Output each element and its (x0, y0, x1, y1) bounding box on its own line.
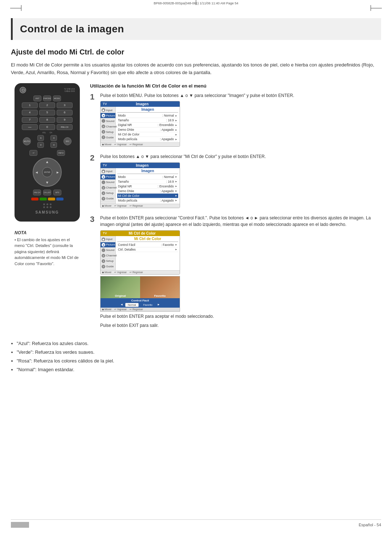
page-footer: Español - 54 (11, 519, 381, 528)
mictrl-footer: ◆ Mover ↵ Ingresar ↩ Regresar (101, 270, 180, 274)
mute-button[interactable]: MUTE (23, 137, 31, 145)
nav-up[interactable]: ▲ (45, 160, 49, 164)
info-button[interactable]: INFO (57, 150, 65, 156)
tv-label-2: TV (103, 163, 107, 167)
footer-mover-2: ◆ Mover (102, 204, 111, 207)
remote-source-labels: TV STB VCRCABLE DVD (64, 88, 75, 92)
mode-button[interactable]: MODE (53, 96, 61, 101)
sidebar2-picture: ▣ Picture (101, 174, 115, 180)
arrow-left-preview: ◄ (120, 303, 123, 307)
btn-yellow[interactable] (48, 198, 55, 200)
imagen-title-1: Imagen (117, 108, 178, 113)
nota-title: NOTA (15, 230, 80, 235)
btn-8[interactable]: 8 (39, 117, 55, 123)
arrow-ctrl-detalles: ► (175, 248, 177, 251)
dot3 (50, 203, 52, 205)
nav-right[interactable]: ► (56, 170, 60, 174)
row-dnie-label: Demo DNIe (118, 128, 134, 131)
bullet-1: "Azul": Refuerza los azules claros. (17, 340, 381, 348)
nav-left[interactable]: ◄ (35, 170, 38, 174)
mictrl-main: Mi Ctrl de Color Control Fácil : Favorit… (116, 236, 180, 270)
antenna-button[interactable]: ANT (33, 96, 41, 101)
enter-button[interactable]: ENTER (42, 167, 52, 177)
footer-mover-3: ◆ Mover (102, 271, 111, 274)
btn-3[interactable]: 3 (57, 102, 73, 108)
left-column: TV STB VCRCABLE DVD ANT P.MODE MODE 1 2 … (11, 83, 83, 336)
step-3-number: 3 (90, 215, 97, 224)
btn-6[interactable]: 6 (57, 110, 73, 115)
arrow-ctrl-facil: ► (175, 243, 177, 246)
btn-5[interactable]: 5 (39, 110, 55, 115)
tv-menu-1-body: ⬤ Input ▣ Picture ♪ Sound (101, 107, 180, 142)
section-heading: Utilización de la función Mi Ctrl de Col… (90, 83, 381, 89)
btn-1[interactable]: 1 (22, 102, 38, 108)
input-icon-2: ⬤ (102, 170, 105, 173)
mts-button[interactable]: MTS (53, 190, 61, 195)
sidebar-picture: ▣ Picture (101, 113, 115, 118)
samsung-logo: SAMSUNG (20, 210, 75, 214)
mictrl-main-title: Mi Ctrl de Color (117, 237, 178, 242)
mictrl-sound-label: Sound (106, 248, 114, 252)
row-dnr-2: Digital NR : Encendido ► (117, 184, 178, 189)
subtitle-section: Ajuste del modo Mi Ctrl. de color (11, 48, 381, 56)
vol-down[interactable]: ∨ (37, 142, 44, 148)
dot6 (50, 206, 52, 208)
channel-icon: ⊞ (102, 125, 105, 128)
sidebar-sound: ♪ Sound (101, 118, 115, 124)
imagen-title-2: Imagen (117, 169, 178, 174)
row-dnie-val: : Apagado ► (160, 128, 177, 131)
ch-down[interactable]: ∨ (50, 142, 57, 148)
row-tamano-2-label: Tamaño (118, 180, 129, 183)
btn-blue[interactable] (56, 198, 64, 200)
btn-4[interactable]: 4 (22, 110, 38, 115)
picture-icon-2: ▣ (102, 175, 105, 179)
sidebar-setup-label: Setup (106, 130, 114, 134)
sidebar2-setup-label: Setup (106, 191, 114, 195)
ctrl-facil-label: Control Fácil (118, 243, 135, 247)
btn-2[interactable]: 2 (39, 102, 55, 108)
tv-menu-2-title: TV Imagen (101, 163, 180, 168)
page-subtitle: Ajuste del modo Mi Ctrl. de color (11, 48, 381, 56)
btn-9[interactable]: 9 (57, 117, 73, 123)
pmode-button[interactable]: P.MODE (43, 96, 51, 101)
vol-label: VOL (42, 131, 46, 134)
arrow-dnie: ► (175, 129, 177, 131)
btn-dash[interactable]: — (22, 124, 38, 130)
tv-menu-1-sidebar: ⬤ Input ▣ Picture ♪ Sound (101, 107, 116, 142)
row-dnie-2-val: : Apagado ► (160, 189, 177, 193)
sidebar2-input-label: Input (106, 170, 113, 173)
btn-red[interactable] (31, 198, 38, 200)
bullet-2: "Verde": Refuerza los verdes suaves. (17, 348, 381, 356)
footer-language: Español - 54 (359, 523, 381, 527)
title-section: Control de la imagen (11, 18, 381, 40)
btn-prech[interactable]: PRE-CH (57, 124, 73, 130)
footer-ingresar-2: ↵ Ingresar (114, 204, 127, 207)
source-button[interactable]: SRC (64, 137, 72, 145)
row-dnr-2-label: Digital NR (118, 185, 132, 188)
row-modo-val: : Normal ► (162, 114, 177, 117)
row-dnr-label: Digital NR (118, 123, 132, 127)
ch-up[interactable]: ∧ (50, 135, 57, 141)
chlist-button[interactable]: CH.LIST (43, 190, 51, 195)
return-button[interactable]: ↩ (29, 150, 37, 156)
btn-0[interactable]: 0 (39, 124, 55, 130)
arrow-tamano: ► (175, 119, 177, 122)
intro-paragraph: El modo Mi Ctrl de Color permite a los u… (11, 61, 381, 77)
btn-normal[interactable]: Normal (125, 303, 139, 307)
vol-up[interactable]: ∧ (37, 135, 44, 141)
power-button[interactable] (20, 87, 26, 93)
row-mictrl-val: ► (175, 133, 177, 136)
btn-7[interactable]: 7 (22, 117, 38, 123)
number-grid: 1 2 3 4 5 6 7 8 9 — 0 PRE-CH (20, 102, 75, 130)
btn-favorito[interactable]: Favorito (141, 303, 155, 307)
btn-green[interactable] (40, 198, 47, 200)
sidebar2-channel-label: Channel (106, 186, 117, 189)
sidebar-input-label: Input (106, 109, 113, 112)
dot2 (46, 203, 48, 205)
mictrl-guide-label: Guide (106, 265, 114, 268)
mictrl-channel-label: Channel (106, 254, 117, 257)
favch-button[interactable]: FAV.CH (33, 190, 41, 195)
nav-down[interactable]: ▼ (45, 181, 49, 185)
sidebar2-channel: ⊞ Channel (101, 185, 115, 191)
arrow-modo: ► (175, 114, 177, 117)
